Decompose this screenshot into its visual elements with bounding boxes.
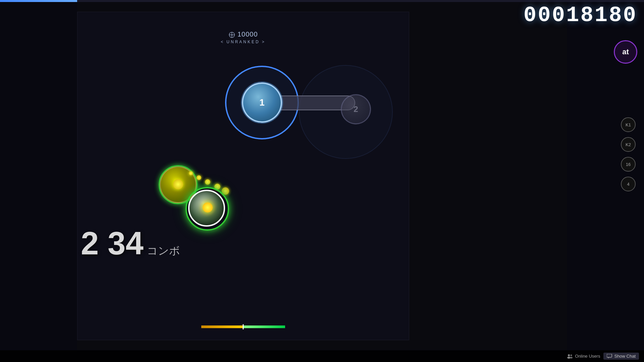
yellow-center-left — [173, 179, 183, 189]
svg-point-5 — [571, 354, 572, 356]
svg-point-3 — [568, 354, 570, 356]
svg-point-6 — [570, 357, 573, 358]
game-area: 10000 < UNRANKED > 1 2 3 2 34 — [77, 12, 409, 340]
unranked-label: 10000 < UNRANKED > — [221, 31, 265, 44]
chat-icon — [607, 354, 612, 358]
progress-fill — [0, 0, 77, 2]
online-users-button[interactable]: Online Users — [567, 354, 600, 359]
left-panel — [0, 0, 77, 362]
hit-circle-2: 2 — [341, 94, 371, 124]
top-progress-bar — [0, 0, 644, 2]
combo-label: コンボ — [147, 244, 180, 258]
online-users-label: Online Users — [575, 354, 600, 359]
key-four: 4 — [621, 177, 636, 191]
people-icon — [567, 354, 573, 359]
bottom-bar: Online Users Show Chat — [0, 350, 644, 362]
key-k2: K2 — [621, 137, 636, 152]
hit-circle-1: 1 — [242, 82, 282, 123]
progress-marker — [243, 324, 244, 329]
score-display: 00018180 — [524, 3, 637, 27]
combo-number: 2 34 — [81, 227, 144, 259]
local-score: 10000 — [228, 31, 258, 38]
svg-rect-7 — [607, 354, 612, 357]
yellow-center-circle3b — [203, 202, 213, 213]
key-indicators: K1 K2 16 4 — [621, 117, 636, 191]
progress-left — [201, 325, 243, 328]
avatar: at — [614, 40, 637, 64]
trail-dot-3 — [197, 175, 201, 180]
combo-display: 2 34 コンボ — [81, 227, 180, 259]
key-k1: K1 — [621, 117, 636, 132]
key-i6: 16 — [621, 157, 636, 172]
show-chat-label: Show Chat — [614, 354, 636, 359]
unranked-text: < UNRANKED > — [221, 40, 265, 44]
trail-dot-4 — [189, 171, 193, 175]
show-chat-button[interactable]: Show Chat — [603, 353, 639, 360]
progress-right — [243, 325, 285, 328]
song-progress-bar — [201, 325, 285, 328]
trail-dot-2 — [205, 179, 210, 185]
